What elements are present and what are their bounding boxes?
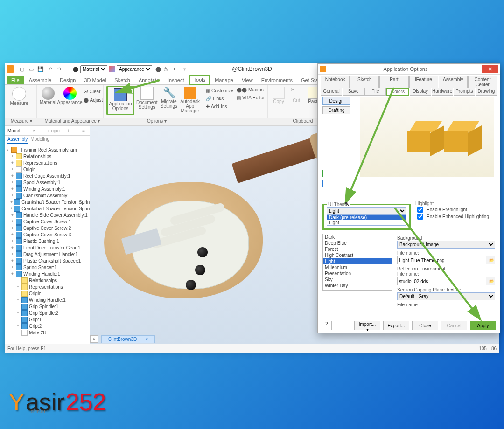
dialog-tab[interactable]: Drawing [476, 88, 497, 96]
tree-node[interactable]: +Crankshaft Spacer Tension Spring:1 [5, 199, 90, 205]
scheme-item[interactable]: Winter Day [323, 283, 392, 289]
tree-node[interactable]: +Grip Spindle:1 [5, 303, 90, 310]
scheme-item[interactable]: Winter Night [323, 289, 392, 291]
dialog-tab[interactable]: Display [410, 88, 431, 96]
enhanced-highlight-checkbox[interactable]: Enable Enhanced Highlighting [415, 213, 495, 220]
app-manager-button[interactable]: Autodesk App Manager [180, 86, 200, 115]
tree-node[interactable]: +Crankshaft Spacer Tension Spring:2 [5, 205, 90, 212]
scheme-item[interactable]: Light [323, 258, 392, 264]
clear-button[interactable]: ⦿ Clear [84, 88, 103, 95]
tree-node[interactable]: ▸_Fishing Reel Assembly.iam [5, 146, 90, 153]
section-texture-select[interactable]: Default - Gray [397, 292, 495, 300]
dialog-tab[interactable]: iFeature [409, 76, 438, 88]
dialog-close-icon[interactable]: ✕ [482, 65, 498, 73]
dialog-tab[interactable]: Colors [386, 88, 409, 96]
scheme-item[interactable]: Forest [323, 246, 392, 252]
copy-button[interactable]: Copy [271, 86, 287, 104]
background-select[interactable]: Background Image [397, 241, 495, 249]
tab-3dmodel[interactable]: 3D Model [80, 76, 110, 84]
tab-file[interactable]: File [7, 76, 24, 84]
plus-icon[interactable]: + [170, 65, 179, 73]
material-select[interactable]: Material [80, 65, 107, 73]
apply-button[interactable]: Apply [470, 321, 496, 330]
dialog-tab[interactable]: Content Center [468, 76, 497, 88]
tree-node[interactable]: +Relationships [5, 277, 90, 284]
tree-node[interactable]: +Grip:1 [5, 316, 90, 323]
tree-node[interactable]: +Winding Handle:1 [5, 297, 90, 303]
tree-node[interactable]: +Plastic Bushing:1 [5, 238, 90, 244]
cancel-button[interactable]: Cancel [441, 321, 467, 330]
theme-option-light[interactable]: Light [327, 220, 406, 225]
tab-view[interactable]: View [238, 76, 257, 84]
swatch-icon[interactable] [109, 66, 115, 72]
import-button[interactable]: Import... ▾ [354, 321, 380, 330]
tree-node[interactable]: +Winding Assembly:1 [5, 186, 90, 192]
material-button[interactable]: Material [40, 86, 56, 105]
tree-node[interactable]: +Reel Cage Assembly:1 [5, 173, 90, 179]
swatch-green[interactable] [322, 170, 337, 177]
panel-title-measure[interactable]: Measure ▾ [5, 118, 38, 125]
dialog-tab[interactable]: General [321, 88, 342, 96]
home-icon[interactable]: ⌂ [90, 335, 98, 343]
appearance-select[interactable]: Appearance [117, 65, 152, 73]
tree-node[interactable]: +Representations [5, 159, 90, 166]
migrate-settings-button[interactable]: 🔧Migrate Settings [160, 86, 179, 115]
tree-node[interactable]: +Spring Spacer:1 [5, 264, 90, 270]
scheme-item[interactable]: Millennium [323, 264, 392, 270]
tree-node[interactable]: +Grip Spindle:2 [5, 310, 90, 316]
browser-tab-ilogic[interactable]: iLogic [45, 127, 63, 134]
scheme-item[interactable]: Deep Blue [323, 240, 392, 246]
tree-node[interactable]: +Captive Cover Screw:1 [5, 218, 90, 225]
tree-node[interactable]: Mate:28 [5, 329, 90, 336]
tree-node[interactable]: +Grip:2 [5, 323, 90, 329]
tree-node[interactable]: +Plastic Crankshaft Spacer:1 [5, 257, 90, 264]
redo-icon[interactable]: ↷ [55, 65, 63, 73]
tab-sketch[interactable]: Sketch [111, 76, 134, 84]
new-icon[interactable]: ▢ [18, 65, 26, 73]
scheme-item[interactable]: Dark [323, 234, 392, 240]
cut-button[interactable]: ✂Cut [288, 86, 304, 104]
scheme-item[interactable]: Sky [323, 277, 392, 283]
prehighlight-checkbox[interactable]: Enable Prehighlight [415, 206, 495, 213]
appearance-apply-icon[interactable]: ⬤ [154, 65, 162, 73]
close-button[interactable]: Close [412, 321, 438, 330]
open-icon[interactable]: ▭ [27, 65, 35, 73]
panel-title-options[interactable]: Options ▾ [106, 118, 207, 125]
scheme-item[interactable]: High Contrast [323, 252, 392, 258]
theme-option-dark[interactable]: Dark (pre-release) [327, 215, 406, 220]
fx-icon[interactable]: fx [164, 66, 168, 72]
browser-menu-icon[interactable]: ≡ [79, 127, 88, 134]
export-button[interactable]: Export... [383, 321, 409, 330]
dialog-tab[interactable]: Save [343, 88, 364, 96]
tree-node[interactable]: +Spool Assembly:1 [5, 179, 90, 186]
tab-assemble[interactable]: Assemble [25, 76, 55, 84]
scheme-item[interactable]: Presentation [323, 270, 392, 277]
dialog-tab[interactable]: Assembly [439, 76, 468, 88]
tree-node[interactable]: +Captive Cover Screw:3 [5, 231, 90, 238]
tree-node[interactable]: +Relationships [5, 153, 90, 159]
addins-button[interactable]: ✚ Add-Ins [206, 103, 265, 110]
application-options-button[interactable]: Application Options [109, 87, 132, 111]
color-scheme-list[interactable]: DarkDeep BlueForestHigh ContrastLightMil… [322, 234, 392, 291]
dialog-tab[interactable]: Sketch [350, 76, 379, 88]
tab-annotate[interactable]: Annotate [135, 76, 163, 84]
dialog-tab[interactable]: Hardware [432, 88, 453, 96]
browser-close-icon[interactable]: × [30, 127, 38, 134]
tree-node[interactable]: +Crankshaft Assembly:1 [5, 192, 90, 199]
tab-close-icon[interactable]: × [145, 337, 148, 342]
refl-filename-input[interactable] [397, 277, 484, 285]
browser-sub-modeling[interactable]: Modeling [30, 137, 49, 144]
browser-tab-model[interactable]: Model [5, 127, 23, 134]
swatch-blue[interactable] [322, 180, 337, 187]
design-mode-button[interactable]: Design [322, 97, 350, 105]
browser-sub-assembly[interactable]: Assembly [7, 137, 28, 144]
drafting-mode-button[interactable]: Drafting [322, 106, 350, 114]
tab-design[interactable]: Design [56, 76, 79, 84]
bg-filename-input[interactable] [397, 256, 484, 264]
tree-node[interactable]: +Representations [5, 284, 90, 290]
vba-button[interactable]: ▤ VBA Editor [237, 94, 265, 101]
tree-node[interactable]: +Winding Handle:1 [5, 270, 90, 277]
viewport-tab[interactable]: ClintBrown3D× [101, 335, 155, 343]
appearance-button[interactable]: Appearance [58, 86, 82, 105]
dialog-help-icon[interactable]: ? [322, 321, 332, 330]
